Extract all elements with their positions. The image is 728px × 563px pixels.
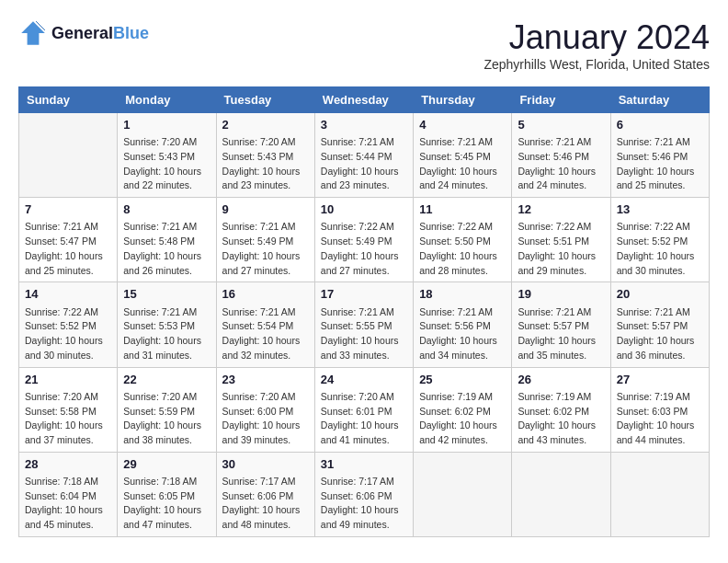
calendar-cell [19, 113, 118, 198]
month-title: January 2024 [483, 18, 710, 57]
calendar-cell: 29 Sunrise: 7:18 AMSunset: 6:05 PMDaylig… [118, 452, 216, 536]
day-info: Sunrise: 7:21 AMSunset: 5:48 PMDaylight:… [123, 220, 210, 278]
day-info: Sunrise: 7:20 AMSunset: 6:00 PMDaylight:… [222, 390, 309, 448]
day-number: 22 [123, 372, 210, 388]
day-number: 11 [419, 201, 506, 218]
day-number: 2 [222, 117, 309, 133]
day-number: 18 [419, 286, 506, 303]
calendar-cell: 21 Sunrise: 7:20 AMSunset: 5:58 PMDaylig… [19, 367, 118, 452]
day-number: 17 [321, 286, 407, 303]
calendar-cell: 16 Sunrise: 7:21 AMSunset: 5:54 PMDaylig… [216, 282, 314, 367]
calendar-cell: 26 Sunrise: 7:19 AMSunset: 6:02 PMDaylig… [512, 367, 610, 452]
day-info: Sunrise: 7:20 AMSunset: 5:43 PMDaylight:… [123, 135, 210, 193]
calendar-week-row: 21 Sunrise: 7:20 AMSunset: 5:58 PMDaylig… [19, 367, 710, 452]
day-number: 3 [321, 117, 407, 133]
calendar-cell [610, 452, 709, 536]
day-of-week-header: Monday [118, 87, 216, 113]
day-number: 12 [518, 201, 604, 218]
day-of-week-header: Sunday [19, 87, 118, 113]
day-info: Sunrise: 7:22 AMSunset: 5:52 PMDaylight:… [25, 305, 111, 363]
calendar-header-row: SundayMondayTuesdayWednesdayThursdayFrid… [19, 87, 710, 113]
calendar-cell: 2 Sunrise: 7:20 AMSunset: 5:43 PMDayligh… [216, 113, 314, 198]
day-number: 5 [518, 117, 604, 133]
calendar-cell: 7 Sunrise: 7:21 AMSunset: 5:47 PMDayligh… [19, 198, 118, 282]
day-info: Sunrise: 7:18 AMSunset: 6:05 PMDaylight:… [123, 475, 210, 533]
day-number: 13 [617, 201, 703, 218]
calendar-cell: 19 Sunrise: 7:21 AMSunset: 5:57 PMDaylig… [512, 282, 610, 367]
day-info: Sunrise: 7:20 AMSunset: 6:01 PMDaylight:… [321, 390, 407, 448]
calendar-cell: 28 Sunrise: 7:18 AMSunset: 6:04 PMDaylig… [19, 452, 118, 536]
day-number: 10 [321, 201, 407, 218]
calendar-cell: 13 Sunrise: 7:22 AMSunset: 5:52 PMDaylig… [610, 198, 709, 282]
calendar-cell: 1 Sunrise: 7:20 AMSunset: 5:43 PMDayligh… [118, 113, 216, 198]
day-number: 20 [617, 286, 703, 303]
calendar-cell: 5 Sunrise: 7:21 AMSunset: 5:46 PMDayligh… [512, 113, 610, 198]
day-info: Sunrise: 7:18 AMSunset: 6:04 PMDaylight:… [25, 475, 111, 533]
calendar-cell: 3 Sunrise: 7:21 AMSunset: 5:44 PMDayligh… [314, 113, 413, 198]
svg-marker-0 [21, 21, 45, 45]
day-info: Sunrise: 7:21 AMSunset: 5:57 PMDaylight:… [518, 305, 604, 363]
day-info: Sunrise: 7:21 AMSunset: 5:56 PMDaylight:… [419, 305, 506, 363]
calendar-week-row: 1 Sunrise: 7:20 AMSunset: 5:43 PMDayligh… [19, 113, 710, 198]
day-number: 8 [123, 201, 210, 218]
day-number: 25 [419, 372, 506, 388]
calendar-cell: 30 Sunrise: 7:17 AMSunset: 6:06 PMDaylig… [216, 452, 314, 536]
day-info: Sunrise: 7:21 AMSunset: 5:54 PMDaylight:… [222, 305, 309, 363]
day-number: 9 [222, 201, 309, 218]
calendar-cell: 23 Sunrise: 7:20 AMSunset: 6:00 PMDaylig… [216, 367, 314, 452]
calendar-cell: 15 Sunrise: 7:21 AMSunset: 5:53 PMDaylig… [118, 282, 216, 367]
day-number: 21 [25, 372, 111, 388]
location: Zephyrhills West, Florida, United States [483, 57, 710, 72]
day-of-week-header: Thursday [414, 87, 512, 113]
day-info: Sunrise: 7:21 AMSunset: 5:53 PMDaylight:… [123, 305, 210, 363]
calendar-table: SundayMondayTuesdayWednesdayThursdayFrid… [18, 86, 710, 537]
day-of-week-header: Wednesday [314, 87, 413, 113]
calendar-cell: 18 Sunrise: 7:21 AMSunset: 5:56 PMDaylig… [414, 282, 512, 367]
day-number: 19 [518, 286, 604, 303]
day-number: 6 [617, 117, 703, 133]
day-info: Sunrise: 7:21 AMSunset: 5:45 PMDaylight:… [419, 135, 506, 193]
logo-icon [18, 18, 48, 48]
day-number: 7 [25, 201, 111, 218]
calendar-cell: 24 Sunrise: 7:20 AMSunset: 6:01 PMDaylig… [314, 367, 413, 452]
day-info: Sunrise: 7:20 AMSunset: 5:58 PMDaylight:… [25, 390, 111, 448]
day-number: 1 [123, 117, 210, 133]
calendar-week-row: 14 Sunrise: 7:22 AMSunset: 5:52 PMDaylig… [19, 282, 710, 367]
calendar-cell: 27 Sunrise: 7:19 AMSunset: 6:03 PMDaylig… [610, 367, 709, 452]
day-info: Sunrise: 7:20 AMSunset: 5:59 PMDaylight:… [123, 390, 210, 448]
calendar-cell [512, 452, 610, 536]
logo-text: GeneralBlue [51, 24, 149, 43]
day-info: Sunrise: 7:19 AMSunset: 6:03 PMDaylight:… [617, 390, 703, 448]
calendar-cell: 20 Sunrise: 7:21 AMSunset: 5:57 PMDaylig… [610, 282, 709, 367]
day-info: Sunrise: 7:17 AMSunset: 6:06 PMDaylight:… [321, 475, 407, 533]
day-of-week-header: Friday [512, 87, 610, 113]
day-info: Sunrise: 7:21 AMSunset: 5:57 PMDaylight:… [617, 305, 703, 363]
day-number: 30 [222, 456, 309, 473]
day-of-week-header: Tuesday [216, 87, 314, 113]
calendar-cell [414, 452, 512, 536]
calendar-cell: 11 Sunrise: 7:22 AMSunset: 5:50 PMDaylig… [414, 198, 512, 282]
day-info: Sunrise: 7:21 AMSunset: 5:46 PMDaylight:… [617, 135, 703, 193]
calendar-cell: 8 Sunrise: 7:21 AMSunset: 5:48 PMDayligh… [118, 198, 216, 282]
day-info: Sunrise: 7:21 AMSunset: 5:44 PMDaylight:… [321, 135, 407, 193]
page-header: GeneralBlue January 2024 Zephyrhills Wes… [18, 18, 710, 72]
day-info: Sunrise: 7:21 AMSunset: 5:46 PMDaylight:… [518, 135, 604, 193]
calendar-cell: 17 Sunrise: 7:21 AMSunset: 5:55 PMDaylig… [314, 282, 413, 367]
day-number: 26 [518, 372, 604, 388]
day-info: Sunrise: 7:20 AMSunset: 5:43 PMDaylight:… [222, 135, 309, 193]
day-number: 23 [222, 372, 309, 388]
day-number: 24 [321, 372, 407, 388]
calendar-cell: 4 Sunrise: 7:21 AMSunset: 5:45 PMDayligh… [414, 113, 512, 198]
calendar-week-row: 28 Sunrise: 7:18 AMSunset: 6:04 PMDaylig… [19, 452, 710, 536]
calendar-cell: 6 Sunrise: 7:21 AMSunset: 5:46 PMDayligh… [610, 113, 709, 198]
calendar-cell: 12 Sunrise: 7:22 AMSunset: 5:51 PMDaylig… [512, 198, 610, 282]
day-info: Sunrise: 7:21 AMSunset: 5:47 PMDaylight:… [25, 220, 111, 278]
calendar-cell: 10 Sunrise: 7:22 AMSunset: 5:49 PMDaylig… [314, 198, 413, 282]
day-info: Sunrise: 7:19 AMSunset: 6:02 PMDaylight:… [419, 390, 506, 448]
calendar-cell: 9 Sunrise: 7:21 AMSunset: 5:49 PMDayligh… [216, 198, 314, 282]
calendar-body: 1 Sunrise: 7:20 AMSunset: 5:43 PMDayligh… [19, 113, 710, 537]
day-number: 28 [25, 456, 111, 473]
day-info: Sunrise: 7:22 AMSunset: 5:50 PMDaylight:… [419, 220, 506, 278]
calendar-cell: 31 Sunrise: 7:17 AMSunset: 6:06 PMDaylig… [314, 452, 413, 536]
day-number: 29 [123, 456, 210, 473]
